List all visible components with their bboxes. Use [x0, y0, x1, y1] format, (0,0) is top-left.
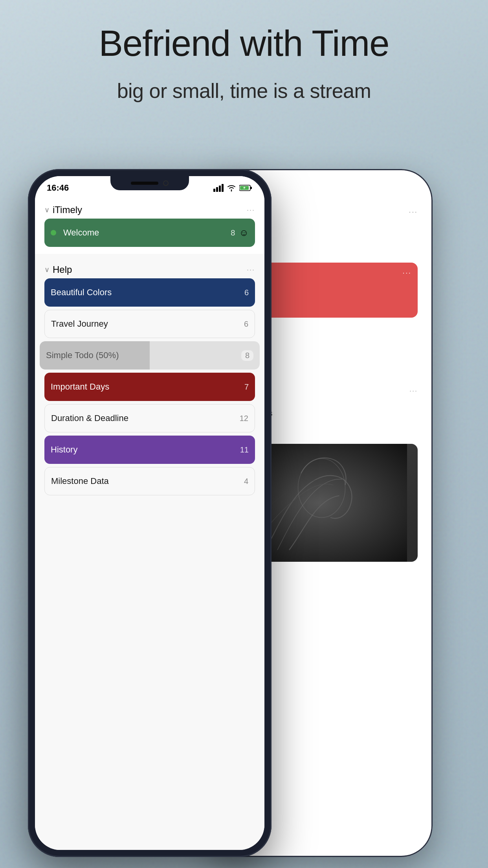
- power-button: [271, 307, 272, 346]
- list-item-history[interactable]: History 11: [44, 436, 255, 464]
- list-item-milestone-data[interactable]: Milestone Data 4: [44, 467, 255, 495]
- signal-icon: [213, 184, 224, 192]
- rp-more-dots: ···: [409, 207, 418, 216]
- notch: [110, 176, 189, 190]
- itimely-header-left: ∨ iTimely: [44, 204, 82, 215]
- help-more-icon[interactable]: ···: [247, 266, 255, 274]
- help-group-title: Help: [53, 264, 72, 275]
- beautiful-label: Beautiful Colors: [51, 287, 112, 298]
- section-gap-1: [35, 254, 264, 260]
- todo-progress-container: Simple Todo (50%) 8: [40, 341, 260, 370]
- travel-label: Travel Journey: [51, 319, 108, 329]
- history-label: History: [51, 445, 77, 455]
- duration-badge: 12: [240, 414, 248, 423]
- todo-badge: 8: [241, 350, 253, 361]
- itimely-more-icon[interactable]: ···: [247, 206, 255, 214]
- itimely-group-title: iTimely: [53, 204, 82, 215]
- speaker: [131, 182, 158, 185]
- help-header-left: ∨ Help: [44, 264, 72, 275]
- vol-down-button: [28, 346, 29, 381]
- duration-label: Duration & Deadline: [51, 413, 128, 423]
- chevron-down-icon: ∨: [44, 206, 50, 214]
- beautiful-badge: 6: [244, 288, 249, 297]
- help-chevron-icon: ∨: [44, 265, 50, 274]
- important-label: Important Days: [51, 382, 109, 392]
- welcome-label: Welcome: [63, 228, 99, 238]
- vol-up-button: [28, 303, 29, 338]
- welcome-badge: 8: [231, 228, 235, 237]
- svg-rect-7: [250, 187, 252, 189]
- rp-card-dots: ···: [402, 268, 411, 277]
- app-content: ∨ iTimely ··· Welcome 8 ☺: [35, 200, 264, 850]
- history-badge: 11: [240, 445, 249, 454]
- list-item-simple-todo[interactable]: Simple Todo (50%) 8: [40, 341, 260, 370]
- hero-subtitle: big or small, time is a stream: [0, 79, 488, 103]
- wifi-icon: [227, 184, 236, 191]
- list-item-important-days[interactable]: Important Days 7: [44, 373, 255, 401]
- svg-rect-3: [216, 187, 218, 192]
- status-icons: [213, 184, 253, 192]
- camera: [163, 180, 169, 186]
- travel-badge: 6: [244, 320, 248, 329]
- phone-screen: 16:46: [35, 176, 264, 850]
- itimely-group-header: ∨ iTimely ···: [35, 200, 264, 219]
- welcome-section: Welcome 8 ☺: [35, 219, 264, 254]
- welcome-right: 8 ☺: [231, 227, 249, 238]
- main-phone: 16:46: [28, 169, 272, 857]
- milestone-label: Milestone Data: [51, 476, 109, 486]
- important-badge: 7: [244, 383, 249, 392]
- phone-wrapper: ↑↓ ··· ··· ly to record estones or or te…: [28, 169, 460, 868]
- status-time: 16:46: [47, 183, 69, 193]
- list-item-beautiful-colors[interactable]: Beautiful Colors 6: [44, 278, 255, 307]
- list-item-duration-deadline[interactable]: Duration & Deadline 12: [44, 404, 255, 432]
- welcome-emoji: ☺: [239, 227, 249, 238]
- list-item-travel-journey[interactable]: Travel Journey 6: [44, 310, 255, 338]
- mute-button: [28, 271, 29, 295]
- help-list: Beautiful Colors 6 Travel Journey 6: [35, 278, 264, 495]
- svg-rect-4: [219, 186, 221, 192]
- todo-label: Simple Todo (50%): [46, 350, 119, 360]
- help-group-header: ∨ Help ···: [35, 260, 264, 278]
- list-item-welcome[interactable]: Welcome 8 ☺: [44, 219, 255, 247]
- svg-rect-2: [213, 189, 215, 192]
- milestone-badge: 4: [244, 477, 248, 486]
- svg-rect-5: [222, 184, 224, 192]
- hero-title: Befriend with Time: [0, 24, 488, 63]
- hero-section: Befriend with Time big or small, time is…: [0, 24, 488, 103]
- battery-icon: [239, 184, 253, 191]
- todo-content: Simple Todo (50%) 8: [40, 341, 260, 370]
- active-dot: [51, 230, 56, 235]
- welcome-left: Welcome: [51, 228, 99, 238]
